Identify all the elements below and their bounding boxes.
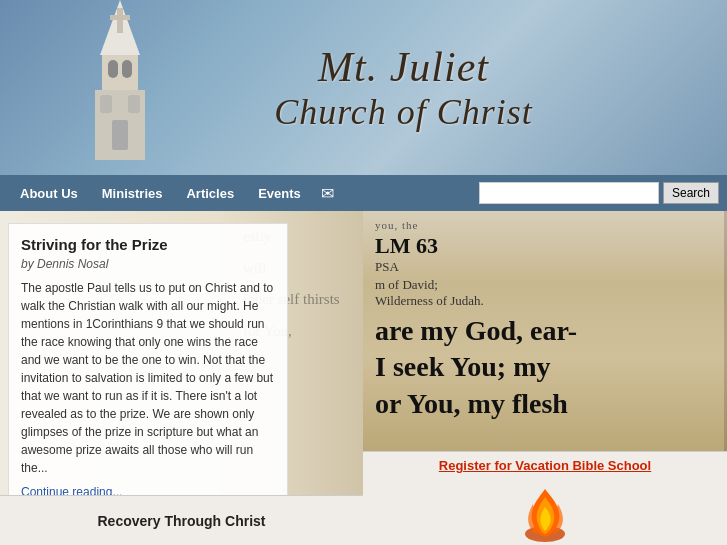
recovery-section: Recovery Through Christ	[0, 495, 363, 545]
site-title: Mt. Juliet Church of Christ	[274, 43, 533, 133]
search-input[interactable]	[479, 182, 659, 204]
psalm-number: LM 63	[375, 233, 715, 259]
bible-image-text: you, the LM 63 PSA m of David; Wildernes…	[363, 211, 727, 451]
psalm-verse3: or You, my flesh	[375, 386, 715, 422]
left-column: estlywillinner self thirstsfor You, Stri…	[0, 211, 363, 545]
nav-ministries[interactable]: Ministries	[90, 175, 175, 211]
psalm-verse1: are my God, ear-	[375, 313, 715, 349]
svg-rect-1	[117, 8, 123, 33]
nav-items: About Us Ministries Articles Events ✉	[8, 175, 479, 211]
search-button[interactable]: Search	[663, 182, 719, 204]
search-area: Search	[479, 182, 719, 204]
svg-rect-2	[110, 15, 130, 20]
svg-rect-9	[128, 95, 140, 113]
church-steeple-icon	[80, 0, 160, 160]
recovery-title: Recovery Through Christ	[97, 513, 265, 529]
title-line2: Church of Christ	[274, 91, 533, 133]
vbs-section: Register for Vacation Bible School	[363, 451, 727, 545]
nav-events[interactable]: Events	[246, 175, 313, 211]
svg-rect-3	[102, 55, 138, 90]
main-content: estlywillinner self thirstsfor You, Stri…	[0, 211, 727, 545]
psalm-label: PSA	[375, 259, 715, 275]
bible-image: you, the LM 63 PSA m of David; Wildernes…	[363, 211, 727, 451]
psalm-wilderness: Wilderness of Judah.	[375, 293, 715, 309]
nav-articles[interactable]: Articles	[174, 175, 246, 211]
svg-rect-4	[108, 60, 118, 78]
article-title: Striving for the Prize	[21, 236, 275, 253]
nav-about-us[interactable]: About Us	[8, 175, 90, 211]
vbs-flame-icon	[518, 479, 573, 544]
bible-text-header: you, the	[375, 219, 715, 231]
psalm-verse2: I seek You; my	[375, 349, 715, 385]
right-column: you, the LM 63 PSA m of David; Wildernes…	[363, 211, 727, 545]
vbs-link[interactable]: Register for Vacation Bible School	[439, 458, 651, 473]
psalm-of-david: m of David;	[375, 277, 715, 293]
article-box: Striving for the Prize by Dennis Nosal T…	[8, 223, 288, 512]
title-line1: Mt. Juliet	[274, 43, 533, 91]
article-author: by Dennis Nosal	[21, 257, 275, 271]
svg-rect-5	[122, 60, 132, 78]
article-body: The apostle Paul tells us to put on Chri…	[21, 279, 275, 477]
svg-rect-7	[112, 120, 128, 150]
header-banner: Mt. Juliet Church of Christ	[0, 0, 727, 175]
navbar: About Us Ministries Articles Events ✉ Se…	[0, 175, 727, 211]
svg-rect-8	[100, 95, 112, 113]
email-icon[interactable]: ✉	[313, 184, 342, 203]
